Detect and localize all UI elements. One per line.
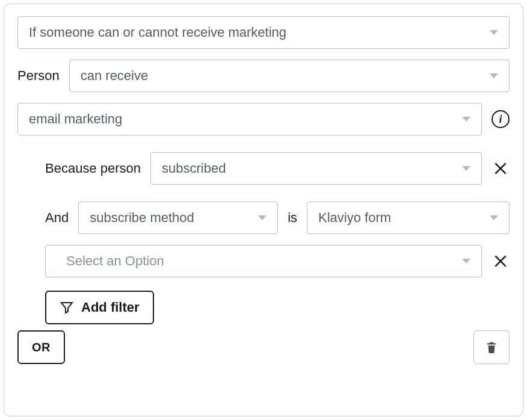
chevron-down-icon [490, 30, 498, 35]
remove-filter-button[interactable] [492, 161, 510, 176]
delete-condition-button[interactable] [473, 330, 510, 364]
add-filter-label: Add filter [81, 300, 140, 315]
person-state-select[interactable]: can receive [69, 60, 510, 92]
chevron-down-icon [462, 259, 470, 264]
chevron-down-icon [490, 215, 498, 220]
person-label: Person [17, 68, 60, 84]
and-label: And [45, 210, 69, 226]
because-label: Because person [45, 161, 141, 176]
option-select[interactable]: Select an Option [45, 245, 482, 277]
filter-icon [60, 300, 74, 315]
attribute-value-select[interactable]: Klaviyo form [307, 202, 510, 234]
or-button-label: OR [32, 341, 51, 354]
condition-select[interactable]: If someone can or cannot receive marketi… [17, 16, 510, 49]
close-icon [493, 253, 508, 269]
because-select-text: subscribed [162, 161, 455, 176]
person-state-text: can receive [81, 68, 482, 84]
segment-condition-panel: If someone can or cannot receive marketi… [4, 4, 523, 416]
add-filter-button[interactable]: Add filter [45, 291, 154, 324]
is-label: is [288, 210, 297, 226]
channel-select[interactable]: email marketing [17, 103, 482, 135]
chevron-down-icon [462, 166, 470, 171]
because-select[interactable]: subscribed [150, 152, 482, 185]
attribute-value-text: Klaviyo form [318, 210, 482, 226]
info-icon: i [492, 110, 510, 128]
or-button[interactable]: OR [17, 330, 65, 364]
option-select-placeholder: Select an Option [66, 253, 455, 269]
trash-icon [485, 341, 498, 354]
channel-select-text: email marketing [29, 111, 455, 127]
remove-subfilter-button[interactable] [492, 253, 510, 269]
attribute-select-text: subscribe method [90, 210, 251, 226]
condition-select-text: If someone can or cannot receive marketi… [29, 25, 482, 40]
info-button[interactable]: i [492, 110, 510, 128]
chevron-down-icon [258, 215, 267, 220]
attribute-select[interactable]: subscribe method [78, 202, 278, 234]
close-icon [493, 161, 508, 176]
chevron-down-icon [490, 73, 498, 78]
chevron-down-icon [462, 117, 470, 122]
